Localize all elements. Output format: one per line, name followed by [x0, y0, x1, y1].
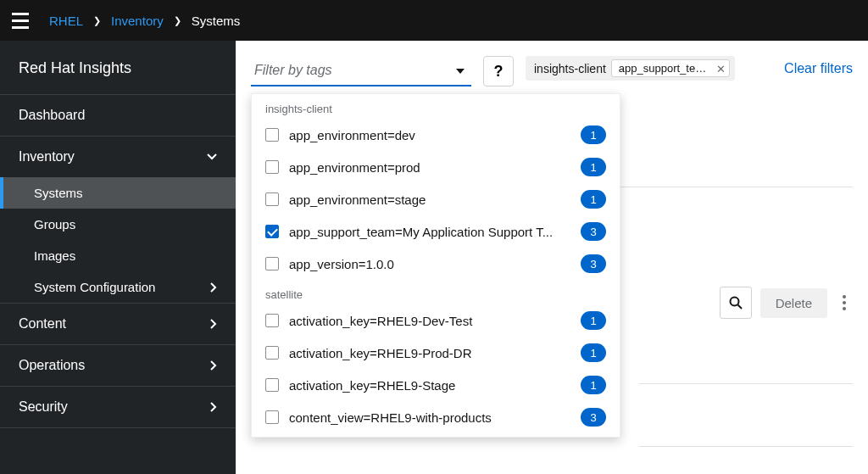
- dropdown-item-label: app_environment=prod: [289, 160, 570, 175]
- dropdown-item[interactable]: app_support_team=My Application Support …: [252, 215, 620, 248]
- count-badge: 1: [581, 190, 606, 209]
- delete-button[interactable]: Delete: [760, 288, 827, 318]
- count-badge: 3: [581, 408, 606, 427]
- checkbox[interactable]: [265, 192, 279, 206]
- count-badge: 3: [581, 254, 606, 273]
- chevron-right-icon: [210, 360, 217, 371]
- checkbox[interactable]: [265, 225, 279, 238]
- search-button[interactable]: [720, 287, 752, 319]
- dropdown-item[interactable]: activation_key=RHEL9-Dev-Test1: [252, 304, 620, 337]
- dropdown-item-label: app_support_team=My Application Support …: [289, 225, 570, 239]
- sidebar-item-groups[interactable]: Groups: [0, 209, 236, 240]
- chevron-right-icon: ❯: [174, 15, 181, 26]
- top-bar: RHEL ❯ Inventory ❯ Systems: [0, 0, 868, 41]
- brand-title: Red Hat Insights: [0, 41, 236, 95]
- count-badge: 1: [581, 376, 606, 394]
- checkbox[interactable]: [265, 378, 279, 392]
- search-icon: [729, 296, 743, 309]
- sidebar-item-label: Operations: [19, 358, 85, 373]
- dropdown-item-label: activation_key=RHEL9-Prod-DR: [289, 346, 570, 360]
- checkbox[interactable]: [265, 314, 279, 327]
- main-content: ? insights-client app_support_team=M... …: [236, 41, 868, 474]
- dropdown-item-label: app_environment=stage: [289, 192, 570, 207]
- count-badge: 3: [581, 222, 606, 241]
- menu-toggle-button[interactable]: [8, 8, 32, 32]
- sidebar-item-systems[interactable]: Systems: [0, 177, 236, 209]
- dropdown-item[interactable]: activation_key=RHEL9-Prod-DR1: [252, 337, 620, 369]
- filter-chip[interactable]: app_support_team=M... ✕: [611, 59, 730, 77]
- sidebar-item-operations[interactable]: Operations: [0, 345, 236, 387]
- breadcrumb-current: Systems: [192, 14, 241, 28]
- sidebar-item-images[interactable]: Images: [0, 240, 236, 271]
- divider: [639, 446, 853, 447]
- kebab-menu-button[interactable]: [836, 288, 853, 317]
- sidebar-item-label: Groups: [34, 217, 75, 231]
- dropdown-section-label: satellite: [252, 280, 620, 304]
- filter-bar: ? insights-client app_support_team=M... …: [236, 41, 868, 93]
- clear-filters-link[interactable]: Clear filters: [784, 56, 853, 76]
- dropdown-item-label: activation_key=RHEL9-Dev-Test: [289, 314, 570, 328]
- sidebar-inventory-submenu: Systems Groups Images System Configurati…: [0, 177, 236, 304]
- table-toolbar: Delete: [720, 287, 853, 319]
- divider: [639, 383, 853, 384]
- help-icon: ?: [494, 63, 504, 81]
- svg-point-0: [730, 298, 738, 306]
- dropdown-item[interactable]: content_view=RHEL9-with-products3: [252, 401, 620, 433]
- dropdown-item-label: content_view=RHEL9-with-products: [289, 410, 570, 425]
- dropdown-item[interactable]: app_version=1.0.03: [252, 248, 620, 280]
- sidebar-item-content[interactable]: Content: [0, 304, 236, 345]
- count-badge: 1: [581, 158, 606, 176]
- breadcrumb-inventory[interactable]: Inventory: [111, 14, 164, 28]
- tag-filter-input[interactable]: [251, 56, 471, 86]
- chevron-down-icon: [207, 153, 217, 160]
- sidebar-item-system-configuration[interactable]: System Configuration: [0, 271, 236, 304]
- sidebar-item-label: Systems: [34, 186, 83, 200]
- close-icon[interactable]: ✕: [716, 62, 726, 75]
- chip-text: app_support_team=M...: [619, 62, 730, 75]
- dropdown-item-label: activation_key=RHEL9-Stage: [289, 378, 570, 393]
- dropdown-item-label: app_version=1.0.0: [289, 257, 570, 271]
- sidebar-item-label: Inventory: [19, 149, 75, 165]
- dropdown-item[interactable]: app_environment=stage1: [252, 183, 620, 215]
- sidebar-item-label: Security: [19, 399, 68, 415]
- sidebar-item-label: Dashboard: [19, 108, 85, 123]
- breadcrumb: RHEL ❯ Inventory ❯ Systems: [49, 14, 240, 28]
- chevron-right-icon: [210, 319, 217, 329]
- help-button[interactable]: ?: [483, 56, 514, 86]
- checkbox[interactable]: [265, 257, 279, 270]
- sidebar-item-label: Images: [34, 248, 75, 263]
- chevron-right-icon: ❯: [93, 15, 101, 26]
- dropdown-item-label: app_environment=dev: [289, 128, 570, 142]
- dropdown-item[interactable]: app_environment=prod1: [252, 151, 620, 183]
- chip-group-label: insights-client: [534, 62, 606, 75]
- chevron-right-icon: [210, 282, 217, 293]
- sidebar-item-label: System Configuration: [34, 280, 155, 294]
- svg-line-1: [737, 305, 742, 309]
- checkbox[interactable]: [265, 128, 279, 142]
- checkbox[interactable]: [265, 160, 279, 174]
- sidebar-item-inventory[interactable]: Inventory: [0, 137, 236, 177]
- dropdown-section-label: insights-client: [252, 94, 620, 119]
- count-badge: 1: [581, 311, 606, 330]
- sidebar-item-security[interactable]: Security: [0, 387, 236, 428]
- chip-group: insights-client app_support_team=M... ✕: [526, 56, 735, 81]
- dropdown-item[interactable]: activation_key=RHEL9-Stage1: [252, 369, 620, 401]
- sidebar-item-label: Content: [19, 316, 66, 332]
- chevron-right-icon: [210, 402, 217, 412]
- sidebar-item-dashboard[interactable]: Dashboard: [0, 95, 236, 137]
- count-badge: 1: [581, 343, 606, 362]
- breadcrumb-root[interactable]: RHEL: [49, 14, 83, 28]
- sidebar: Red Hat Insights Dashboard Inventory Sys…: [0, 41, 236, 474]
- count-badge: 1: [581, 125, 606, 144]
- checkbox[interactable]: [265, 410, 279, 424]
- dropdown-item[interactable]: app_environment=dev1: [252, 119, 620, 151]
- checkbox[interactable]: [265, 346, 279, 360]
- tag-filter[interactable]: [251, 56, 471, 86]
- tag-filter-dropdown: insights-clientapp_environment=dev1app_e…: [251, 93, 620, 438]
